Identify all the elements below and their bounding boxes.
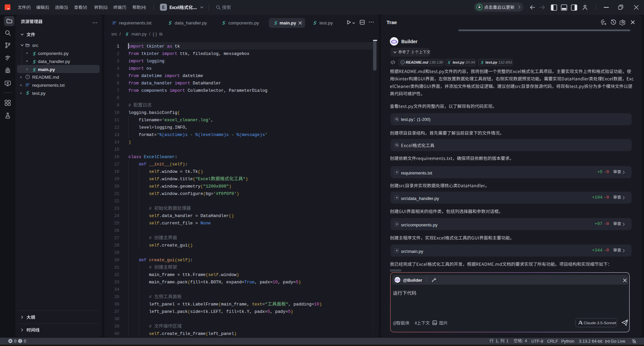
svg-text:?: ? — [402, 61, 403, 64]
svg-text:?: ? — [27, 75, 28, 78]
